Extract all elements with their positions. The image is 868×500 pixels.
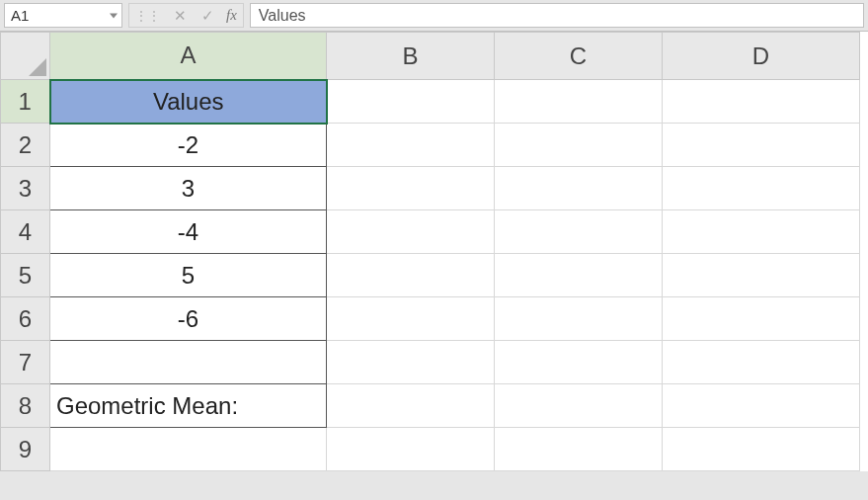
formula-bar: A1 ⋮⋮ ✕ ✓ fx Values — [0, 0, 868, 32]
row-header-5[interactable]: 5 — [1, 254, 50, 297]
cell-B6[interactable] — [327, 297, 495, 341]
cell-B2[interactable] — [327, 124, 495, 167]
cell-A2[interactable]: -2 — [50, 124, 327, 167]
cell-D1[interactable] — [663, 80, 860, 124]
cell-A3[interactable]: 3 — [50, 167, 327, 210]
cell-B8[interactable] — [327, 384, 495, 428]
col-header-B[interactable]: B — [327, 33, 495, 80]
row-header-2[interactable]: 2 — [1, 124, 50, 167]
cell-D7[interactable] — [663, 341, 860, 384]
cell-D6[interactable] — [663, 297, 860, 341]
fx-icon[interactable]: fx — [226, 7, 237, 24]
chevron-down-icon[interactable] — [110, 13, 118, 18]
drag-handle-icon[interactable]: ⋮⋮ — [135, 13, 161, 19]
cell-D8[interactable] — [663, 384, 860, 428]
formula-input-value: Values — [259, 7, 306, 25]
cell-A1[interactable]: Values — [50, 80, 327, 124]
cell-C2[interactable] — [495, 124, 663, 167]
cell-C4[interactable] — [495, 210, 663, 254]
enter-icon[interactable]: ✓ — [198, 7, 216, 25]
cell-D3[interactable] — [663, 167, 860, 210]
name-box[interactable]: A1 — [4, 3, 122, 28]
cell-A8[interactable]: Geometric Mean: — [50, 384, 327, 428]
cell-A4[interactable]: -4 — [50, 210, 327, 254]
cell-B9[interactable] — [327, 428, 495, 471]
cell-C3[interactable] — [495, 167, 663, 210]
triangle-icon — [29, 58, 46, 76]
cell-C7[interactable] — [495, 341, 663, 384]
cell-C9[interactable] — [495, 428, 663, 471]
row-header-7[interactable]: 7 — [1, 341, 50, 384]
col-header-D[interactable]: D — [663, 33, 860, 80]
cell-D9[interactable] — [663, 428, 860, 471]
col-header-A[interactable]: A — [50, 33, 327, 80]
row-header-8[interactable]: 8 — [1, 384, 50, 428]
formula-bar-controls: ⋮⋮ ✕ ✓ fx — [128, 3, 244, 28]
cell-B7[interactable] — [327, 341, 495, 384]
spreadsheet-grid[interactable]: A B C D 1 Values 2 -2 3 3 4 -4 5 5 — [0, 32, 868, 471]
cell-B1[interactable] — [327, 80, 495, 124]
cell-B3[interactable] — [327, 167, 495, 210]
col-header-C[interactable]: C — [495, 33, 663, 80]
formula-input[interactable]: Values — [250, 3, 864, 28]
row-header-1[interactable]: 1 — [1, 80, 50, 124]
cell-A6[interactable]: -6 — [50, 297, 327, 341]
cell-A7[interactable] — [50, 341, 327, 384]
row-header-3[interactable]: 3 — [1, 167, 50, 210]
cell-D5[interactable] — [663, 254, 860, 297]
row-header-9[interactable]: 9 — [1, 428, 50, 471]
row-header-4[interactable]: 4 — [1, 210, 50, 254]
cell-C6[interactable] — [495, 297, 663, 341]
select-all-corner[interactable] — [1, 33, 50, 80]
cell-B5[interactable] — [327, 254, 495, 297]
cell-C1[interactable] — [495, 80, 663, 124]
row-header-6[interactable]: 6 — [1, 297, 50, 341]
cell-D2[interactable] — [663, 124, 860, 167]
cancel-icon[interactable]: ✕ — [171, 7, 189, 25]
cell-B4[interactable] — [327, 210, 495, 254]
cell-A9[interactable] — [50, 428, 327, 471]
cell-C5[interactable] — [495, 254, 663, 297]
cell-A5[interactable]: 5 — [50, 254, 327, 297]
cell-D4[interactable] — [663, 210, 860, 254]
cell-C8[interactable] — [495, 384, 663, 428]
name-box-value: A1 — [11, 7, 29, 24]
